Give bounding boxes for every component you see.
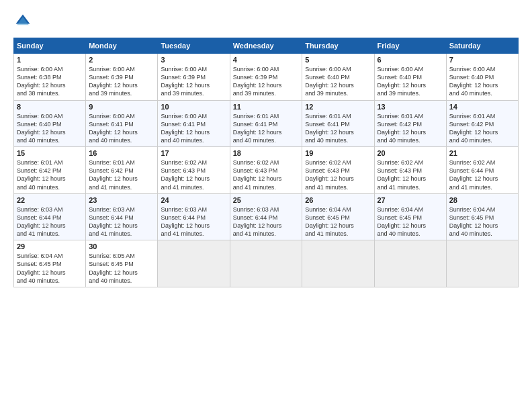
day-number: 6 bbox=[378, 56, 443, 64]
day-number: 2 bbox=[89, 56, 154, 64]
day-info: Sunrise: 6:00 AMSunset: 6:39 PMDaylight:… bbox=[161, 65, 226, 98]
day-number: 16 bbox=[89, 149, 154, 157]
day-info: Sunrise: 6:00 AMSunset: 6:39 PMDaylight:… bbox=[233, 65, 299, 98]
calendar-header: SundayMondayTuesdayWednesdayThursdayFrid… bbox=[14, 38, 519, 54]
calendar-cell bbox=[374, 240, 446, 287]
calendar-cell: 3Sunrise: 6:00 AMSunset: 6:39 PMDaylight… bbox=[158, 54, 230, 101]
calendar-week-row: 15Sunrise: 6:01 AMSunset: 6:42 PMDayligh… bbox=[14, 147, 519, 194]
day-info: Sunrise: 6:00 AMSunset: 6:41 PMDaylight:… bbox=[161, 112, 226, 145]
calendar-cell: 24Sunrise: 6:03 AMSunset: 6:44 PMDayligh… bbox=[158, 193, 230, 240]
day-number: 11 bbox=[233, 103, 299, 111]
day-number: 22 bbox=[17, 196, 83, 204]
calendar-cell: 25Sunrise: 6:03 AMSunset: 6:44 PMDayligh… bbox=[230, 193, 302, 240]
day-info: Sunrise: 6:03 AMSunset: 6:44 PMDaylight:… bbox=[89, 205, 154, 238]
column-header-friday: Friday bbox=[374, 38, 446, 54]
calendar-cell bbox=[302, 240, 374, 287]
day-number: 29 bbox=[17, 242, 83, 250]
day-number: 28 bbox=[449, 196, 515, 204]
day-number: 26 bbox=[305, 196, 371, 204]
header bbox=[13, 12, 519, 31]
calendar-cell: 19Sunrise: 6:02 AMSunset: 6:43 PMDayligh… bbox=[302, 147, 374, 194]
day-number: 20 bbox=[378, 149, 443, 157]
column-header-sunday: Sunday bbox=[14, 38, 86, 54]
day-number: 18 bbox=[233, 149, 299, 157]
calendar-cell: 4Sunrise: 6:00 AMSunset: 6:39 PMDaylight… bbox=[230, 54, 302, 101]
day-info: Sunrise: 6:03 AMSunset: 6:44 PMDaylight:… bbox=[233, 205, 299, 238]
day-info: Sunrise: 6:04 AMSunset: 6:45 PMDaylight:… bbox=[305, 205, 371, 238]
calendar-cell: 8Sunrise: 6:00 AMSunset: 6:40 PMDaylight… bbox=[14, 100, 86, 147]
calendar-cell: 16Sunrise: 6:01 AMSunset: 6:42 PMDayligh… bbox=[86, 147, 158, 194]
day-info: Sunrise: 6:02 AMSunset: 6:43 PMDaylight:… bbox=[233, 158, 299, 191]
calendar-cell: 23Sunrise: 6:03 AMSunset: 6:44 PMDayligh… bbox=[86, 193, 158, 240]
calendar-body: 1Sunrise: 6:00 AMSunset: 6:38 PMDaylight… bbox=[14, 54, 519, 287]
day-info: Sunrise: 6:04 AMSunset: 6:45 PMDaylight:… bbox=[449, 205, 515, 238]
day-info: Sunrise: 6:03 AMSunset: 6:44 PMDaylight:… bbox=[17, 205, 83, 238]
day-number: 7 bbox=[449, 56, 515, 64]
day-info: Sunrise: 6:00 AMSunset: 6:40 PMDaylight:… bbox=[449, 65, 515, 98]
day-info: Sunrise: 6:02 AMSunset: 6:44 PMDaylight:… bbox=[449, 158, 515, 191]
calendar-cell: 11Sunrise: 6:01 AMSunset: 6:41 PMDayligh… bbox=[230, 100, 302, 147]
day-info: Sunrise: 6:02 AMSunset: 6:43 PMDaylight:… bbox=[378, 158, 443, 191]
day-info: Sunrise: 6:04 AMSunset: 6:45 PMDaylight:… bbox=[17, 252, 83, 285]
day-info: Sunrise: 6:01 AMSunset: 6:42 PMDaylight:… bbox=[378, 112, 443, 145]
calendar-cell: 6Sunrise: 6:00 AMSunset: 6:40 PMDaylight… bbox=[374, 54, 446, 101]
logo bbox=[13, 12, 35, 31]
day-info: Sunrise: 6:03 AMSunset: 6:44 PMDaylight:… bbox=[161, 205, 226, 238]
day-number: 24 bbox=[161, 196, 226, 204]
day-number: 3 bbox=[161, 56, 226, 64]
day-info: Sunrise: 6:02 AMSunset: 6:43 PMDaylight:… bbox=[305, 158, 371, 191]
calendar-cell: 15Sunrise: 6:01 AMSunset: 6:42 PMDayligh… bbox=[14, 147, 86, 194]
column-header-tuesday: Tuesday bbox=[158, 38, 230, 54]
day-info: Sunrise: 6:04 AMSunset: 6:45 PMDaylight:… bbox=[378, 205, 443, 238]
column-header-monday: Monday bbox=[86, 38, 158, 54]
day-number: 10 bbox=[161, 103, 226, 111]
day-info: Sunrise: 6:00 AMSunset: 6:40 PMDaylight:… bbox=[378, 65, 443, 98]
calendar-cell: 9Sunrise: 6:00 AMSunset: 6:41 PMDaylight… bbox=[86, 100, 158, 147]
day-info: Sunrise: 6:00 AMSunset: 6:41 PMDaylight:… bbox=[89, 112, 154, 145]
calendar-week-row: 1Sunrise: 6:00 AMSunset: 6:38 PMDaylight… bbox=[14, 54, 519, 101]
calendar-header-row: SundayMondayTuesdayWednesdayThursdayFrid… bbox=[14, 38, 519, 54]
calendar-cell: 26Sunrise: 6:04 AMSunset: 6:45 PMDayligh… bbox=[302, 193, 374, 240]
calendar-cell: 30Sunrise: 6:05 AMSunset: 6:45 PMDayligh… bbox=[86, 240, 158, 287]
day-number: 21 bbox=[449, 149, 515, 157]
calendar-cell: 27Sunrise: 6:04 AMSunset: 6:45 PMDayligh… bbox=[374, 193, 446, 240]
calendar-cell: 22Sunrise: 6:03 AMSunset: 6:44 PMDayligh… bbox=[14, 193, 86, 240]
calendar-cell: 18Sunrise: 6:02 AMSunset: 6:43 PMDayligh… bbox=[230, 147, 302, 194]
day-number: 9 bbox=[89, 103, 154, 111]
day-info: Sunrise: 6:01 AMSunset: 6:42 PMDaylight:… bbox=[449, 112, 515, 145]
day-number: 27 bbox=[378, 196, 443, 204]
day-number: 19 bbox=[305, 149, 371, 157]
day-number: 8 bbox=[17, 103, 83, 111]
calendar-cell: 10Sunrise: 6:00 AMSunset: 6:41 PMDayligh… bbox=[158, 100, 230, 147]
day-info: Sunrise: 6:01 AMSunset: 6:41 PMDaylight:… bbox=[305, 112, 371, 145]
calendar-cell: 21Sunrise: 6:02 AMSunset: 6:44 PMDayligh… bbox=[446, 147, 518, 194]
day-info: Sunrise: 6:05 AMSunset: 6:45 PMDaylight:… bbox=[89, 252, 154, 285]
calendar-cell: 5Sunrise: 6:00 AMSunset: 6:40 PMDaylight… bbox=[302, 54, 374, 101]
calendar-cell bbox=[230, 240, 302, 287]
calendar-cell: 12Sunrise: 6:01 AMSunset: 6:41 PMDayligh… bbox=[302, 100, 374, 147]
day-number: 25 bbox=[233, 196, 299, 204]
day-info: Sunrise: 6:01 AMSunset: 6:42 PMDaylight:… bbox=[17, 158, 83, 191]
calendar-table: SundayMondayTuesdayWednesdayThursdayFrid… bbox=[13, 38, 519, 287]
day-info: Sunrise: 6:01 AMSunset: 6:42 PMDaylight:… bbox=[89, 158, 154, 191]
day-number: 14 bbox=[449, 103, 515, 111]
day-number: 17 bbox=[161, 149, 226, 157]
day-number: 30 bbox=[89, 242, 154, 250]
calendar-cell: 1Sunrise: 6:00 AMSunset: 6:38 PMDaylight… bbox=[14, 54, 86, 101]
day-number: 12 bbox=[305, 103, 371, 111]
day-info: Sunrise: 6:00 AMSunset: 6:40 PMDaylight:… bbox=[17, 112, 83, 145]
day-info: Sunrise: 6:01 AMSunset: 6:41 PMDaylight:… bbox=[233, 112, 299, 145]
day-number: 15 bbox=[17, 149, 83, 157]
calendar-week-row: 29Sunrise: 6:04 AMSunset: 6:45 PMDayligh… bbox=[14, 240, 519, 287]
calendar-cell bbox=[158, 240, 230, 287]
calendar-week-row: 8Sunrise: 6:00 AMSunset: 6:40 PMDaylight… bbox=[14, 100, 519, 147]
day-info: Sunrise: 6:00 AMSunset: 6:38 PMDaylight:… bbox=[17, 65, 83, 98]
calendar-cell: 14Sunrise: 6:01 AMSunset: 6:42 PMDayligh… bbox=[446, 100, 518, 147]
calendar-week-row: 22Sunrise: 6:03 AMSunset: 6:44 PMDayligh… bbox=[14, 193, 519, 240]
day-info: Sunrise: 6:00 AMSunset: 6:39 PMDaylight:… bbox=[89, 65, 154, 98]
page: SundayMondayTuesdayWednesdayThursdayFrid… bbox=[0, 0, 532, 411]
column-header-saturday: Saturday bbox=[446, 38, 518, 54]
calendar-cell: 13Sunrise: 6:01 AMSunset: 6:42 PMDayligh… bbox=[374, 100, 446, 147]
calendar-cell: 7Sunrise: 6:00 AMSunset: 6:40 PMDaylight… bbox=[446, 54, 518, 101]
day-number: 5 bbox=[305, 56, 371, 64]
